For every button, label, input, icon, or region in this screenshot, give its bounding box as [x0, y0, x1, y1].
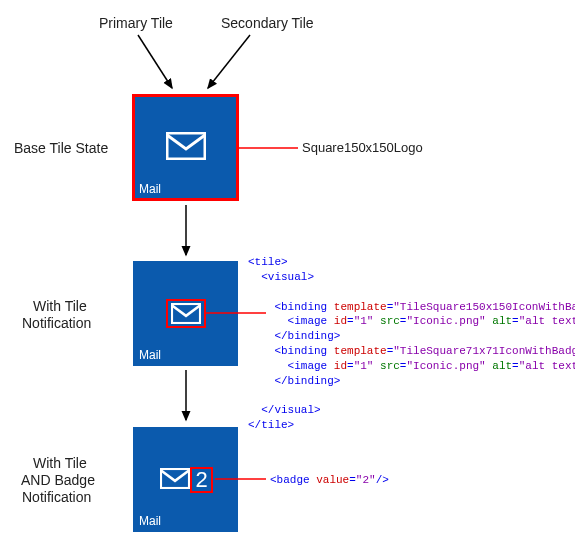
- badge-xml-code: <badge value="2"/>: [270, 473, 389, 488]
